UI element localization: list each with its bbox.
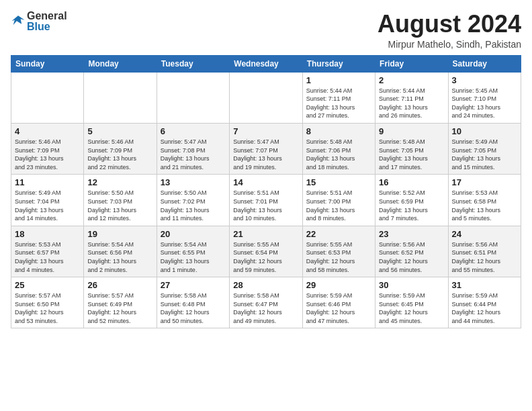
calendar-day-cell: 23Sunrise: 5:56 AM Sunset: 6:52 PM Dayli… — [375, 226, 448, 277]
day-info: Sunrise: 5:48 AM Sunset: 7:06 PM Dayligh… — [306, 138, 371, 171]
day-number: 3 — [452, 75, 517, 85]
day-number: 10 — [452, 126, 517, 136]
day-number: 12 — [87, 177, 152, 187]
day-info: Sunrise: 5:55 AM Sunset: 6:54 PM Dayligh… — [233, 240, 298, 274]
calendar-day-cell: 25Sunrise: 5:57 AM Sunset: 6:50 PM Dayli… — [11, 277, 84, 328]
day-number: 8 — [306, 126, 371, 136]
calendar-day-cell: 16Sunrise: 5:52 AM Sunset: 6:59 PM Dayli… — [375, 175, 448, 226]
day-info: Sunrise: 5:53 AM Sunset: 6:57 PM Dayligh… — [15, 240, 80, 274]
calendar-day-cell: 21Sunrise: 5:55 AM Sunset: 6:54 PM Dayli… — [230, 226, 302, 277]
day-of-week-header: Wednesday — [230, 55, 302, 72]
day-of-week-header: Monday — [84, 55, 157, 72]
day-info: Sunrise: 5:51 AM Sunset: 7:01 PM Dayligh… — [233, 189, 298, 222]
calendar-day-cell: 27Sunrise: 5:58 AM Sunset: 6:48 PM Dayli… — [157, 277, 229, 328]
day-number: 15 — [306, 177, 371, 187]
day-number: 14 — [233, 177, 298, 187]
day-number: 1 — [306, 75, 371, 85]
calendar-day-cell: 18Sunrise: 5:53 AM Sunset: 6:57 PM Dayli… — [11, 226, 84, 277]
calendar-day-cell: 1Sunrise: 5:44 AM Sunset: 7:11 PM Daylig… — [302, 72, 375, 123]
calendar-table: SundayMondayTuesdayWednesdayThursdayFrid… — [11, 55, 521, 329]
day-number: 31 — [452, 280, 517, 290]
calendar-day-cell: 5Sunrise: 5:46 AM Sunset: 7:09 PM Daylig… — [84, 123, 157, 174]
calendar-day-cell: 22Sunrise: 5:55 AM Sunset: 6:53 PM Dayli… — [302, 226, 375, 277]
day-info: Sunrise: 5:50 AM Sunset: 7:02 PM Dayligh… — [161, 189, 226, 222]
day-number: 9 — [379, 126, 444, 136]
day-info: Sunrise: 5:56 AM Sunset: 6:51 PM Dayligh… — [452, 240, 517, 274]
day-info: Sunrise: 5:59 AM Sunset: 6:46 PM Dayligh… — [306, 291, 371, 325]
day-info: Sunrise: 5:45 AM Sunset: 7:10 PM Dayligh… — [452, 87, 517, 120]
day-of-week-header: Sunday — [11, 55, 84, 72]
logo: General Blue — [11, 11, 67, 32]
day-info: Sunrise: 5:48 AM Sunset: 7:05 PM Dayligh… — [379, 138, 444, 171]
page-header: General Blue August 2024 Mirpur Mathelo,… — [11, 11, 521, 50]
day-number: 19 — [87, 229, 152, 239]
day-number: 26 — [87, 280, 152, 290]
day-info: Sunrise: 5:55 AM Sunset: 6:53 PM Dayligh… — [306, 240, 371, 274]
day-number: 21 — [233, 229, 298, 239]
day-number: 28 — [233, 280, 298, 290]
day-of-week-header: Friday — [375, 55, 448, 72]
day-info: Sunrise: 5:59 AM Sunset: 6:45 PM Dayligh… — [379, 291, 444, 325]
calendar-day-cell: 2Sunrise: 5:44 AM Sunset: 7:11 PM Daylig… — [375, 72, 448, 123]
calendar-week-row: 1Sunrise: 5:44 AM Sunset: 7:11 PM Daylig… — [11, 72, 521, 123]
day-info: Sunrise: 5:47 AM Sunset: 7:07 PM Dayligh… — [233, 138, 298, 171]
day-info: Sunrise: 5:47 AM Sunset: 7:08 PM Dayligh… — [161, 138, 226, 171]
calendar-day-cell — [11, 72, 84, 123]
calendar-day-cell: 11Sunrise: 5:49 AM Sunset: 7:04 PM Dayli… — [11, 175, 84, 226]
day-number: 13 — [161, 177, 226, 187]
calendar-day-cell: 13Sunrise: 5:50 AM Sunset: 7:02 PM Dayli… — [157, 175, 229, 226]
calendar-day-cell: 4Sunrise: 5:46 AM Sunset: 7:09 PM Daylig… — [11, 123, 84, 174]
calendar-day-cell — [230, 72, 302, 123]
day-info: Sunrise: 5:49 AM Sunset: 7:04 PM Dayligh… — [15, 189, 80, 222]
day-info: Sunrise: 5:57 AM Sunset: 6:50 PM Dayligh… — [15, 291, 80, 325]
logo-bird-icon — [11, 14, 26, 29]
day-info: Sunrise: 5:50 AM Sunset: 7:03 PM Dayligh… — [87, 189, 152, 222]
day-info: Sunrise: 5:44 AM Sunset: 7:11 PM Dayligh… — [379, 87, 444, 120]
calendar-day-cell: 20Sunrise: 5:54 AM Sunset: 6:55 PM Dayli… — [157, 226, 229, 277]
day-number: 27 — [161, 280, 226, 290]
calendar-week-row: 25Sunrise: 5:57 AM Sunset: 6:50 PM Dayli… — [11, 277, 521, 328]
day-number: 18 — [15, 229, 80, 239]
calendar-day-cell: 26Sunrise: 5:57 AM Sunset: 6:49 PM Dayli… — [84, 277, 157, 328]
day-info: Sunrise: 5:52 AM Sunset: 6:59 PM Dayligh… — [379, 189, 444, 222]
day-info: Sunrise: 5:46 AM Sunset: 7:09 PM Dayligh… — [87, 138, 152, 171]
day-info: Sunrise: 5:56 AM Sunset: 6:52 PM Dayligh… — [379, 240, 444, 274]
svg-marker-0 — [11, 15, 24, 25]
day-info: Sunrise: 5:44 AM Sunset: 7:11 PM Dayligh… — [306, 87, 371, 120]
day-number: 30 — [379, 280, 444, 290]
day-info: Sunrise: 5:54 AM Sunset: 6:56 PM Dayligh… — [87, 240, 152, 274]
day-of-week-header: Saturday — [448, 55, 521, 72]
calendar-day-cell: 19Sunrise: 5:54 AM Sunset: 6:56 PM Dayli… — [84, 226, 157, 277]
calendar-week-row: 11Sunrise: 5:49 AM Sunset: 7:04 PM Dayli… — [11, 175, 521, 226]
calendar-week-row: 4Sunrise: 5:46 AM Sunset: 7:09 PM Daylig… — [11, 123, 521, 174]
calendar-day-cell — [84, 72, 157, 123]
calendar-day-cell — [157, 72, 229, 123]
month-title: August 2024 — [378, 11, 521, 38]
day-info: Sunrise: 5:46 AM Sunset: 7:09 PM Dayligh… — [15, 138, 80, 171]
logo-blue: Blue — [27, 21, 67, 32]
calendar-day-cell: 3Sunrise: 5:45 AM Sunset: 7:10 PM Daylig… — [448, 72, 521, 123]
day-number: 24 — [452, 229, 517, 239]
day-number: 23 — [379, 229, 444, 239]
day-number: 25 — [15, 280, 80, 290]
calendar-day-cell: 12Sunrise: 5:50 AM Sunset: 7:03 PM Dayli… — [84, 175, 157, 226]
day-number: 11 — [15, 177, 80, 187]
day-info: Sunrise: 5:54 AM Sunset: 6:55 PM Dayligh… — [161, 240, 226, 274]
day-number: 22 — [306, 229, 371, 239]
day-number: 2 — [379, 75, 444, 85]
calendar-header-row: SundayMondayTuesdayWednesdayThursdayFrid… — [11, 55, 521, 72]
day-number: 5 — [87, 126, 152, 136]
calendar-day-cell: 6Sunrise: 5:47 AM Sunset: 7:08 PM Daylig… — [157, 123, 229, 174]
location-subtitle: Mirpur Mathelo, Sindh, Pakistan — [378, 39, 521, 50]
logo-general: General — [27, 11, 67, 21]
calendar-day-cell: 28Sunrise: 5:58 AM Sunset: 6:47 PM Dayli… — [230, 277, 302, 328]
day-number: 29 — [306, 280, 371, 290]
day-info: Sunrise: 5:49 AM Sunset: 7:05 PM Dayligh… — [452, 138, 517, 171]
day-number: 20 — [161, 229, 226, 239]
day-info: Sunrise: 5:57 AM Sunset: 6:49 PM Dayligh… — [87, 291, 152, 325]
calendar-day-cell: 9Sunrise: 5:48 AM Sunset: 7:05 PM Daylig… — [375, 123, 448, 174]
calendar-day-cell: 31Sunrise: 5:59 AM Sunset: 6:44 PM Dayli… — [448, 277, 521, 328]
day-info: Sunrise: 5:59 AM Sunset: 6:44 PM Dayligh… — [452, 291, 517, 325]
calendar-day-cell: 17Sunrise: 5:53 AM Sunset: 6:58 PM Dayli… — [448, 175, 521, 226]
calendar-day-cell: 29Sunrise: 5:59 AM Sunset: 6:46 PM Dayli… — [302, 277, 375, 328]
